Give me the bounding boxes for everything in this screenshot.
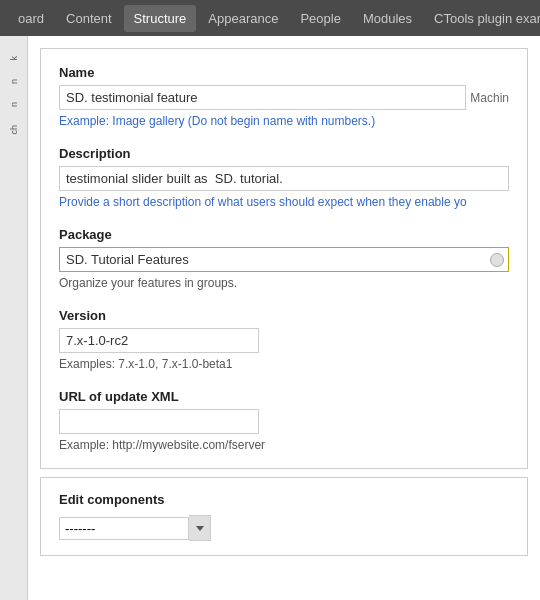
edit-components-section: Edit components (40, 477, 528, 556)
components-select-arrow-button[interactable] (189, 515, 211, 541)
version-hint: Examples: 7.x-1.0, 7.x-1.0-beta1 (59, 357, 509, 371)
name-hint: Example: Image gallery (Do not begin nam… (59, 114, 509, 128)
description-input[interactable] (59, 166, 509, 191)
edit-components-label: Edit components (59, 492, 509, 507)
name-label: Name (59, 65, 509, 80)
url-input[interactable] (59, 409, 259, 434)
page-layout: k n n ch Name Machin Example: Image gall… (0, 36, 540, 600)
components-select-row (59, 515, 509, 541)
name-input[interactable] (59, 85, 466, 110)
main-content: Name Machin Example: Image gallery (Do n… (28, 36, 540, 600)
url-field-group: URL of update XML Example: http://mywebs… (59, 389, 509, 452)
nav-ctools[interactable]: CTools plugin example (424, 5, 540, 32)
nav-content[interactable]: Content (56, 5, 122, 32)
description-field-group: Description Provide a short description … (59, 146, 509, 209)
version-field-group: Version Examples: 7.x-1.0, 7.x-1.0-beta1 (59, 308, 509, 371)
nav-appearance[interactable]: Appearance (198, 5, 288, 32)
sidebar-text-2: n (9, 79, 19, 84)
nav-structure[interactable]: Structure (124, 5, 197, 32)
description-label: Description (59, 146, 509, 161)
package-input[interactable] (59, 247, 509, 272)
name-suffix: Machin (470, 91, 509, 105)
package-field-group: Package Organize your features in groups… (59, 227, 509, 290)
sidebar-text-4: ch (9, 125, 19, 135)
top-navbar: oard Content Structure Appearance People… (0, 0, 540, 36)
components-select-input[interactable] (59, 517, 189, 540)
sidebar-labels: k n n ch (9, 44, 19, 134)
nav-modules[interactable]: Modules (353, 5, 422, 32)
sidebar-text-3: n (9, 102, 19, 107)
package-input-icon (490, 253, 504, 267)
name-field-group: Name Machin Example: Image gallery (Do n… (59, 65, 509, 128)
version-label: Version (59, 308, 509, 323)
url-hint: Example: http://mywebsite.com/fserver (59, 438, 509, 452)
nav-dashboard[interactable]: oard (8, 5, 54, 32)
url-label: URL of update XML (59, 389, 509, 404)
package-hint: Organize your features in groups. (59, 276, 509, 290)
version-input[interactable] (59, 328, 259, 353)
chevron-down-icon (196, 526, 204, 531)
feature-form-section: Name Machin Example: Image gallery (Do n… (40, 48, 528, 469)
nav-people[interactable]: People (290, 5, 350, 32)
package-label: Package (59, 227, 509, 242)
package-input-wrapper (59, 247, 509, 272)
sidebar: k n n ch (0, 36, 28, 600)
sidebar-text-1: k (9, 56, 19, 61)
description-hint: Provide a short description of what user… (59, 195, 509, 209)
